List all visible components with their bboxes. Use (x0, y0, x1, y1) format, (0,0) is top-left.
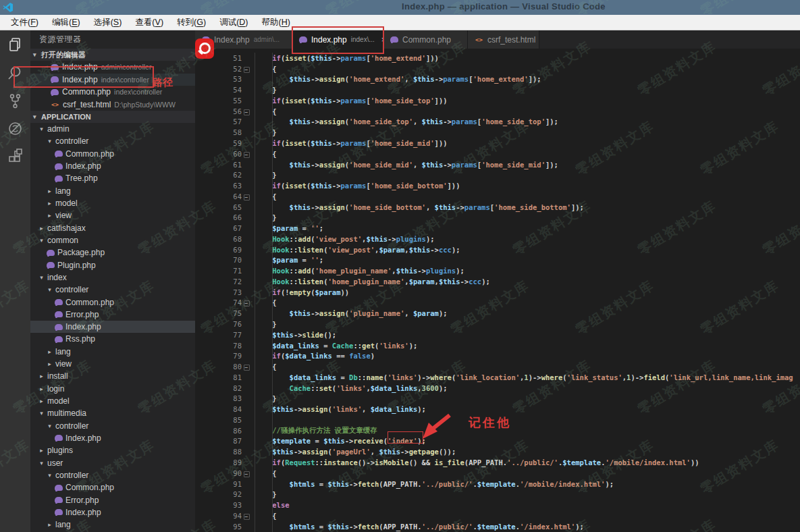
code-line[interactable]: 69 Hook::listen('view_post',$param,$this… (195, 244, 800, 255)
code-line[interactable]: 92 } (195, 489, 800, 500)
source-control-icon[interactable] (7, 92, 24, 109)
code-line[interactable]: 93 else (195, 500, 800, 510)
code-line[interactable]: 55 if(isset($this->params['home_side_top… (195, 95, 800, 106)
project-section-header[interactable]: ▾ APPLICATION (30, 111, 195, 123)
fold-icon[interactable]: − (244, 67, 250, 73)
tree-item[interactable]: ▸lang (30, 518, 195, 531)
tree-item[interactable]: ▾multimedia (30, 407, 195, 419)
code-line[interactable]: 58 } (195, 127, 800, 138)
code-line[interactable]: 89 if(Request::instance()->isMobile() &&… (195, 457, 800, 468)
open-editors-header[interactable]: ▾ 打开的编辑器 (30, 49, 195, 61)
fold-icon[interactable]: − (244, 152, 250, 158)
menu-S[interactable]: 选择(S) (87, 17, 129, 28)
tree-item[interactable]: ▾index (30, 271, 195, 284)
code-line[interactable]: 52− { (195, 63, 800, 74)
code-line[interactable]: 59 if(isset($this->params['home_side_mid… (195, 138, 800, 149)
tree-item[interactable]: ▸model (30, 395, 195, 407)
code-line[interactable]: 51 if(isset($this->params['home_extend']… (195, 53, 800, 63)
debug-icon[interactable] (7, 120, 24, 137)
code-line[interactable]: 83 } (195, 394, 800, 404)
fold-icon[interactable]: − (244, 365, 250, 371)
tree-item[interactable]: ▾user (30, 456, 195, 469)
explorer-icon[interactable] (7, 36, 24, 53)
tree-item[interactable]: Rss.php (30, 333, 195, 345)
code-line[interactable]: 91 $htmls = $this->fetch(APP_PATH.'../pu… (195, 479, 800, 489)
menu-D[interactable]: 调试(D) (213, 17, 255, 28)
tree-item[interactable]: ▸login (30, 383, 195, 395)
open-editor-item[interactable]: Index.phpindex\controller (30, 74, 195, 86)
tree-item[interactable]: Index.php (30, 160, 195, 172)
tree-item[interactable]: ▾controller (30, 284, 195, 296)
tree-item[interactable]: ▾controller (30, 420, 195, 432)
code-line[interactable]: 62 } (195, 169, 800, 180)
code-line[interactable]: 64− { (195, 191, 800, 202)
extensions-icon[interactable] (7, 149, 24, 165)
tree-item[interactable]: ▸view (30, 358, 195, 370)
code-line[interactable]: 68 Hook::add('view_post',$this->plugins)… (195, 234, 800, 244)
code-line[interactable]: 78 $data_links = Cache::get('links'); (195, 340, 800, 351)
code-line[interactable]: 54 } (195, 84, 800, 95)
tree-item[interactable]: ▸plugins (30, 444, 195, 456)
menu-H[interactable]: 帮助(H) (255, 17, 297, 28)
code-line[interactable]: 66 } (195, 212, 800, 223)
code-line[interactable]: 61 $this->assign('home_side_mid', $this-… (195, 159, 800, 170)
fold-icon[interactable]: − (244, 300, 250, 307)
tree-item[interactable]: ▾admin (30, 123, 195, 135)
code-line[interactable]: 74− { (195, 298, 800, 309)
code-line[interactable]: 65 $this->assign('home_side_bottom', $th… (195, 202, 800, 213)
fold-icon[interactable]: − (244, 109, 250, 115)
code-line[interactable]: 63 if(isset($this->params['home_side_bot… (195, 180, 800, 191)
code-line[interactable]: 75 $this->assign('plugin_name', $param); (195, 308, 800, 319)
tree-item[interactable]: Plugin.php (30, 259, 195, 271)
code-line[interactable]: 90− { (195, 468, 800, 479)
fold-icon[interactable]: − (244, 471, 250, 477)
tree-item[interactable]: ▾controller (30, 469, 195, 481)
code-line[interactable]: 85 (195, 415, 800, 425)
code-line[interactable]: 76 } (195, 319, 800, 329)
tab-index-php[interactable]: Index.phpindex\...× (292, 30, 383, 49)
code-line[interactable]: 56− { (195, 106, 800, 117)
code-line[interactable]: 71 Hook::add('home_plugin_name',$this->p… (195, 265, 800, 276)
tree-item[interactable]: Common.php (30, 148, 195, 160)
code-line[interactable]: 86 //骚操作执行方法 设置文章缓存 (195, 425, 800, 436)
tree-item[interactable]: Common.php (30, 481, 195, 494)
search-icon[interactable] (7, 65, 24, 82)
tree-item[interactable]: ▸install (30, 370, 195, 382)
code-line[interactable]: 95 $htmls = $this->fetch(APP_PATH.'../pu… (195, 521, 800, 532)
tab-common-php[interactable]: Common.php (383, 30, 468, 49)
code-line[interactable]: 57 $this->assign('home_side_top', $this-… (195, 117, 800, 128)
open-editor-item[interactable]: <>csrf_test.htmlD:\phpStudy\WWW (30, 99, 195, 111)
code-line[interactable]: 79 if($data_links == false) (195, 350, 800, 361)
code-line[interactable]: 72 Hook::listen('home_plugin_name',$para… (195, 276, 800, 287)
code-line[interactable]: 87 $template = $this->receive('index'); (195, 436, 800, 447)
menu-V[interactable]: 查看(V) (128, 17, 170, 28)
code-line[interactable]: 81 $data_links = Db::name('links')->wher… (195, 372, 800, 383)
code-line[interactable]: 70 $param = ''; (195, 255, 800, 266)
code-editor[interactable]: 51 if(isset($this->params['home_extend']… (195, 49, 800, 532)
tree-item[interactable]: Error.php (30, 494, 195, 506)
code-line[interactable]: 67 $param = ''; (195, 223, 800, 234)
code-line[interactable]: 53 $this->assign('home_extend', $this->p… (195, 74, 800, 85)
code-line[interactable]: 82 Cache::set('links',$data_links,3600); (195, 383, 800, 394)
code-line[interactable]: 73 if(!empty($param)) (195, 287, 800, 298)
tree-item[interactable]: Tree.php (30, 172, 195, 184)
tree-item[interactable]: Error.php (30, 309, 195, 321)
menu-G[interactable]: 转到(G) (170, 17, 213, 28)
code-line[interactable]: 94− { (195, 510, 800, 521)
tree-item[interactable]: Index.php (30, 432, 195, 444)
tree-item[interactable]: ▾common (30, 234, 195, 246)
code-line[interactable]: 60− { (195, 149, 800, 159)
tree-item[interactable]: ▸model (30, 197, 195, 209)
tree-item[interactable]: ▸catfishajax (30, 222, 195, 234)
code-line[interactable]: 77 $this->slide(); (195, 329, 800, 340)
menu-F[interactable]: 文件(F) (4, 17, 45, 28)
tree-item[interactable]: ▸lang (30, 185, 195, 197)
tree-item[interactable]: Common.php (30, 296, 195, 308)
open-editor-item[interactable]: Index.phpadmin\controller (30, 61, 195, 74)
code-line[interactable]: 88 $this->assign('pageUrl', $this->getpa… (195, 446, 800, 457)
open-editor-item[interactable]: Common.phpindex\controller (30, 86, 195, 99)
tree-item[interactable]: ▸view (30, 209, 195, 221)
tree-item[interactable]: Package.php (30, 246, 195, 259)
fold-icon[interactable]: − (244, 514, 250, 520)
tree-item[interactable]: Index.php (30, 321, 195, 333)
